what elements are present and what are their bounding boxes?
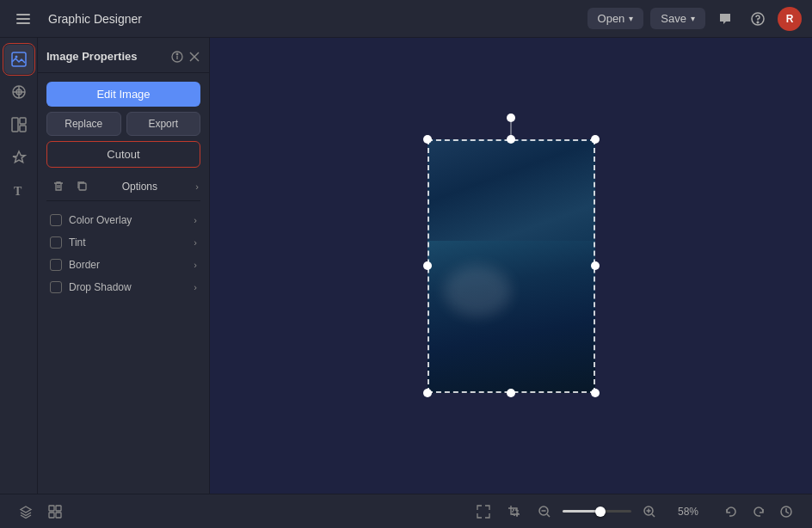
save-chevron-icon: ▾ <box>691 14 695 23</box>
sidebar-item-layout[interactable] <box>4 110 34 139</box>
zoom-in-button[interactable] <box>638 500 661 523</box>
svg-rect-24 <box>56 513 61 518</box>
chat-button[interactable] <box>712 6 738 32</box>
drop-shadow-label: Drop Shadow <box>69 281 187 293</box>
ocean-image <box>428 139 595 393</box>
zoom-slider-thumb[interactable] <box>595 507 606 517</box>
zoom-slider[interactable] <box>563 510 631 513</box>
open-button[interactable]: Open ▾ <box>587 8 644 29</box>
app-title: Graphic Designer <box>48 12 579 26</box>
history-button[interactable] <box>774 500 798 524</box>
handle-bottom-right[interactable] <box>591 389 600 397</box>
options-label: Options <box>122 181 196 193</box>
color-overlay-chevron-icon: › <box>194 215 197 225</box>
drop-shadow-checkbox[interactable] <box>50 281 62 293</box>
icon-sidebar: T <box>0 38 38 494</box>
svg-line-28 <box>547 514 550 517</box>
color-overlay-label: Color Overlay <box>69 214 187 226</box>
border-label: Border <box>69 259 187 271</box>
cutout-button[interactable]: Cutout <box>46 141 200 168</box>
panel-title: Image Properties <box>46 50 166 63</box>
options-chevron-icon: › <box>195 181 199 192</box>
tint-checkbox[interactable] <box>50 236 62 249</box>
handle-top-center[interactable] <box>507 135 515 144</box>
bottombar-right <box>719 500 798 524</box>
topbar-actions: Open ▾ Save ▾ R <box>587 6 802 32</box>
svg-line-32 <box>652 514 655 517</box>
color-overlay-checkbox[interactable] <box>50 214 62 226</box>
duplicate-icon-button[interactable] <box>72 176 93 197</box>
selected-image-container[interactable] <box>428 139 595 393</box>
topbar: Graphic Designer Open ▾ Save ▾ R <box>0 0 812 38</box>
tint-row[interactable]: Tint › <box>48 232 199 253</box>
canvas-background <box>210 38 812 494</box>
delete-icon-button[interactable] <box>48 176 69 197</box>
svg-rect-21 <box>49 506 54 511</box>
sidebar-item-elements[interactable] <box>4 143 34 172</box>
fit-button[interactable] <box>471 500 495 524</box>
open-chevron-icon: ▾ <box>629 14 633 23</box>
redo-button[interactable] <box>747 500 771 524</box>
info-icon <box>171 49 183 63</box>
svg-rect-11 <box>20 126 26 132</box>
effect-list: Color Overlay › Tint › Border › Drop Sha… <box>46 206 200 301</box>
replace-export-row: Replace Export <box>46 112 200 136</box>
zoom-out-button[interactable] <box>533 500 556 523</box>
tint-chevron-icon: › <box>194 237 197 248</box>
panel-body: Edit Image Replace Export Cutout <box>38 73 209 310</box>
svg-rect-20 <box>79 183 86 190</box>
handle-bottom-center[interactable] <box>507 389 515 397</box>
border-checkbox[interactable] <box>50 259 62 271</box>
bottombar: 58% <box>0 494 812 528</box>
svg-rect-23 <box>49 513 54 518</box>
bottombar-left <box>14 500 67 524</box>
export-button[interactable]: Export <box>126 112 201 136</box>
sidebar-item-text[interactable]: T <box>4 175 34 205</box>
border-chevron-icon: › <box>194 260 197 270</box>
close-icon[interactable] <box>188 48 200 64</box>
border-row[interactable]: Border › <box>48 255 199 275</box>
svg-rect-22 <box>56 506 61 511</box>
canvas-area[interactable] <box>210 38 812 494</box>
save-button[interactable]: Save ▾ <box>650 8 705 29</box>
main-area: T Image Properties Edit Image <box>0 38 812 494</box>
svg-point-6 <box>15 56 17 58</box>
zoom-percentage: 58% <box>667 506 698 518</box>
svg-text:T: T <box>14 185 22 198</box>
svg-rect-9 <box>12 118 18 132</box>
sidebar-item-adjust[interactable] <box>4 77 34 107</box>
layers-button[interactable] <box>14 500 38 524</box>
options-row: Options › <box>46 173 200 201</box>
handle-top-right[interactable] <box>591 135 600 144</box>
drop-shadow-row[interactable]: Drop Shadow › <box>48 277 199 298</box>
drop-shadow-chevron-icon: › <box>194 282 197 292</box>
handle-middle-left[interactable] <box>423 261 432 270</box>
replace-button[interactable]: Replace <box>46 112 121 136</box>
avatar[interactable]: R <box>778 7 802 31</box>
menu-icon[interactable] <box>10 6 36 32</box>
svg-point-15 <box>176 53 178 55</box>
svg-rect-0 <box>16 14 30 15</box>
zoom-controls: 58% <box>471 500 698 524</box>
panel-header: Image Properties <box>38 38 209 73</box>
handle-bottom-left[interactable] <box>423 389 432 397</box>
svg-point-4 <box>757 21 759 23</box>
handle-top-left[interactable] <box>423 135 432 144</box>
handle-middle-right[interactable] <box>591 261 600 270</box>
svg-rect-10 <box>20 118 26 124</box>
svg-rect-2 <box>16 22 30 24</box>
rotation-handle[interactable] <box>507 114 515 122</box>
crop-select-button[interactable] <box>502 500 526 524</box>
sidebar-item-image[interactable] <box>4 45 34 74</box>
help-button[interactable] <box>745 6 771 32</box>
tint-label: Tint <box>69 236 187 249</box>
properties-panel: Image Properties Edit Image Replace Expo <box>38 38 210 494</box>
edit-image-button[interactable]: Edit Image <box>46 82 200 107</box>
svg-rect-1 <box>16 18 30 20</box>
color-overlay-row[interactable]: Color Overlay › <box>48 210 199 230</box>
grid-button[interactable] <box>43 500 67 524</box>
undo-button[interactable] <box>719 500 743 524</box>
